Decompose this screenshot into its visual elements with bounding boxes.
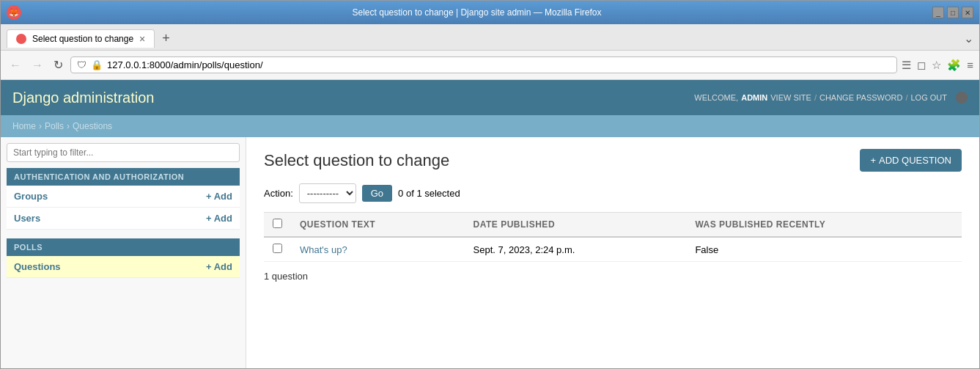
page-header: Select question to change + ADD QUESTION <box>264 149 962 172</box>
address-bar-container: 🛡 🔒 <box>70 56 897 73</box>
row-date-published: Sept. 7, 2023, 2:24 p.m. <box>465 237 687 262</box>
selected-info: 0 of 1 selected <box>398 188 460 199</box>
tab-bar: Select question to change × + ⌄ <box>1 24 979 51</box>
shield-icon: 🛡 <box>77 59 86 70</box>
sidebar-item-questions: Questions + Add <box>7 256 240 278</box>
nav-bar: ← → ↻ 🛡 🔒 ☰ ◻ ☆ 🧩 ≡ <box>1 51 979 80</box>
sidebar-item-groups: Groups + Add <box>7 186 240 208</box>
sidebar-polls-section-header: Polls <box>7 238 240 256</box>
sidebar-polls-section: Polls Questions + Add <box>7 238 240 278</box>
col-was-published-header[interactable]: WAS PUBLISHED RECENTLY <box>686 213 962 238</box>
window-title: Select question to change | Django site … <box>21 7 932 18</box>
log-out-link[interactable]: LOG OUT <box>910 93 947 102</box>
content-area: Authentication and Authorization Groups … <box>1 137 979 368</box>
row-was-published: False <box>686 237 962 262</box>
admin-page: Django administration WELCOME, ADMIN VIE… <box>1 80 979 368</box>
go-button[interactable]: Go <box>362 185 392 202</box>
minimize-button[interactable]: _ <box>932 7 944 18</box>
sidebar-groups-add-link[interactable]: + Add <box>206 191 232 202</box>
sidebar: Authentication and Authorization Groups … <box>1 137 246 368</box>
action-label: Action: <box>264 188 293 199</box>
sidebar-questions-link[interactable]: Questions <box>14 261 61 272</box>
tab-favicon <box>16 34 26 44</box>
col-date-published-header[interactable]: DATE PUBLISHED <box>465 213 687 238</box>
breadcrumb-home[interactable]: Home <box>12 121 36 131</box>
tab-close-button[interactable]: × <box>139 33 145 45</box>
action-select[interactable]: ---------- <box>299 183 356 203</box>
result-count: 1 question <box>264 271 962 282</box>
sidebar-groups-link[interactable]: Groups <box>14 191 48 202</box>
question-link[interactable]: What's up? <box>300 244 347 255</box>
sidebar-auth-section-header: Authentication and Authorization <box>7 168 240 186</box>
admin-user-info: WELCOME, ADMIN VIEW SITE / CHANGE PASSWO… <box>694 92 968 103</box>
add-question-icon: + <box>870 155 876 166</box>
add-question-label: ADD QUESTION <box>879 155 951 166</box>
bookmark-star-icon[interactable]: ☆ <box>932 59 941 72</box>
close-button[interactable]: ✕ <box>962 7 973 18</box>
bookmarks-icon[interactable]: ☰ <box>902 59 911 72</box>
maximize-button[interactable]: □ <box>947 7 959 18</box>
reload-button[interactable]: ↻ <box>51 56 66 73</box>
window-controls[interactable]: _ □ ✕ <box>932 7 973 18</box>
add-question-button[interactable]: + ADD QUESTION <box>860 149 962 172</box>
sidebar-questions-add-link[interactable]: + Add <box>206 261 232 272</box>
view-site-link[interactable]: VIEW SITE <box>770 93 811 102</box>
table-row: What's up? Sept. 7, 2023, 2:24 p.m. Fals… <box>264 237 962 262</box>
breadcrumb-polls[interactable]: Polls <box>45 121 64 131</box>
admin-username: ADMIN <box>741 93 767 102</box>
sidebar-users-link[interactable]: Users <box>14 213 40 224</box>
back-button[interactable]: ← <box>7 57 24 73</box>
breadcrumb: Home › Polls › Questions <box>1 115 979 137</box>
table-header: QUESTION TEXT DATE PUBLISHED WAS PUBLISH… <box>264 213 962 238</box>
firefox-logo: 🦊 <box>7 5 21 20</box>
address-input[interactable] <box>107 59 891 70</box>
menu-icon[interactable]: ≡ <box>967 59 973 72</box>
col-question-text-header[interactable]: QUESTION TEXT <box>291 213 465 238</box>
sidebar-users-add-link[interactable]: + Add <box>206 213 232 224</box>
row-checkbox-cell <box>264 237 291 262</box>
forward-button[interactable]: → <box>29 57 46 73</box>
admin-header: Django administration WELCOME, ADMIN VIE… <box>1 80 979 115</box>
page-title: Select question to change <box>264 151 449 170</box>
tab-title: Select question to change <box>32 34 133 44</box>
action-bar: Action: ---------- Go 0 of 1 selected <box>264 183 962 203</box>
new-tab-button[interactable]: + <box>158 31 174 46</box>
extensions-icon[interactable]: 🧩 <box>947 59 961 72</box>
sidebar-filter-input[interactable] <box>7 143 240 162</box>
col-checkbox-header <box>264 213 291 238</box>
tab-menu-button[interactable]: ⌄ <box>964 32 973 45</box>
main-content: Select question to change + ADD QUESTION… <box>246 137 979 368</box>
sidebar-item-users: Users + Add <box>7 208 240 230</box>
secure-icon: 🔒 <box>91 59 103 70</box>
breadcrumb-questions: Questions <box>73 121 112 131</box>
questions-table: QUESTION TEXT DATE PUBLISHED WAS PUBLISH… <box>264 212 962 262</box>
title-bar: 🦊 Select question to change | Django sit… <box>1 1 979 24</box>
row-checkbox[interactable] <box>273 244 282 253</box>
pocket-icon[interactable]: ◻ <box>917 59 926 72</box>
breadcrumb-sep2: › <box>67 121 70 131</box>
table-body: What's up? Sept. 7, 2023, 2:24 p.m. Fals… <box>264 237 962 262</box>
change-password-link[interactable]: CHANGE PASSWORD <box>819 93 902 102</box>
admin-logo-link[interactable]: Django administration <box>12 89 154 106</box>
breadcrumb-sep1: › <box>39 121 42 131</box>
browser-nav-icons: ☰ ◻ ☆ 🧩 ≡ <box>902 59 973 72</box>
row-question-text: What's up? <box>291 237 465 262</box>
theme-toggle-button[interactable] <box>956 92 968 103</box>
welcome-text: WELCOME, <box>694 93 738 102</box>
active-tab[interactable]: Select question to change × <box>7 29 155 48</box>
select-all-checkbox[interactable] <box>273 219 282 228</box>
